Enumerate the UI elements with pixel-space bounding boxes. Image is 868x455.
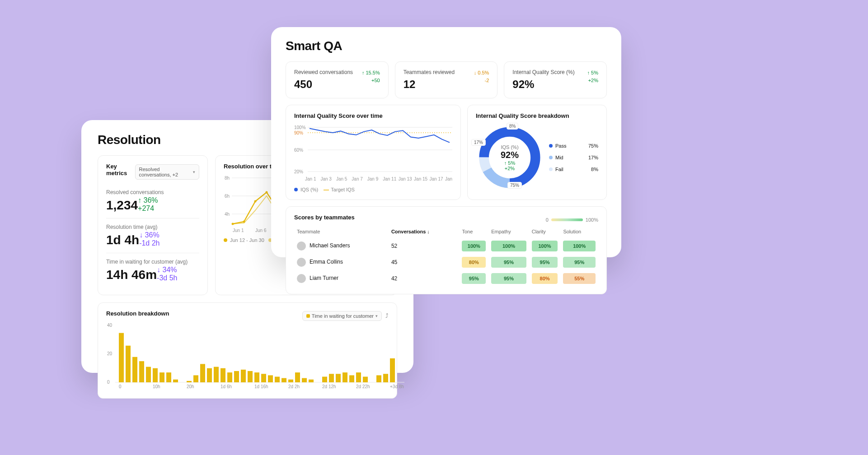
svg-text:2d 2h: 2d 2h xyxy=(288,384,300,389)
iqs-donut: 8% 17% 75% IQS (%) 92% ↑ 5% +2% xyxy=(476,124,544,191)
svg-rect-36 xyxy=(261,374,266,382)
table-row[interactable]: Liam Turner4295%95%80%55% xyxy=(294,270,598,287)
svg-text:Jan 11: Jan 11 xyxy=(383,176,396,181)
svg-text:Jan 5: Jan 5 xyxy=(336,176,347,181)
scores-scale: 0 100% xyxy=(546,217,598,223)
kpi-label: Teammates reviewed xyxy=(404,69,455,75)
svg-text:2d 22h: 2d 22h xyxy=(356,384,370,389)
svg-text:Jan 3: Jan 3 xyxy=(320,176,332,181)
kpi-reviewed-conversations: Reviewed conversations 450 ↑ 15.5%+50 xyxy=(286,61,389,98)
svg-text:40: 40 xyxy=(107,323,113,328)
svg-rect-16 xyxy=(126,346,131,382)
key-metrics-header: Key metrics xyxy=(106,163,135,176)
svg-text:20h: 20h xyxy=(187,384,194,389)
svg-rect-49 xyxy=(349,375,354,382)
svg-rect-18 xyxy=(139,361,144,382)
metric-value: 1d 4h xyxy=(106,233,139,247)
svg-text:10h: 10h xyxy=(153,384,160,389)
svg-text:20: 20 xyxy=(107,351,113,356)
svg-text:Jan 7: Jan 7 xyxy=(352,176,363,181)
iqs-over-time-panel: Internal Quality Score over time 100% 90… xyxy=(286,105,461,200)
col-tone[interactable]: Tone xyxy=(459,225,488,238)
export-icon[interactable]: ⤴ xyxy=(385,312,389,319)
metric-value: 1,234 xyxy=(106,198,138,213)
scores-table: Teammate Conversations ↓ Tone Empathy Cl… xyxy=(294,225,598,287)
xtick: Jun 6 xyxy=(255,228,267,233)
svg-rect-46 xyxy=(329,374,334,382)
svg-text:Jan 15: Jan 15 xyxy=(414,176,427,181)
donut-legend: Pass75% Mid17% Fail8% xyxy=(549,143,598,172)
col-empathy[interactable]: Empathy xyxy=(488,225,529,238)
svg-rect-28 xyxy=(207,368,212,382)
svg-text:20%: 20% xyxy=(294,169,303,174)
svg-text:90%: 90% xyxy=(294,130,303,135)
svg-rect-39 xyxy=(282,378,286,382)
metric-waiting-time: Time in waiting for customer (avg) 14h 4… xyxy=(106,253,199,288)
svg-text:8h: 8h xyxy=(225,176,230,181)
kpi-label: Reviewed conversations xyxy=(294,69,353,75)
svg-point-7 xyxy=(243,221,245,223)
svg-rect-27 xyxy=(200,364,205,382)
metric-label: Resolved conversations xyxy=(106,189,199,195)
metric-delta: ↓ 36% -1d 2h xyxy=(139,231,199,247)
col-teammate[interactable]: Teammate xyxy=(294,225,389,238)
svg-rect-43 xyxy=(309,380,314,382)
avatar xyxy=(297,274,306,283)
donut-label-mid: 17% xyxy=(471,139,486,146)
svg-text:Jan 17: Jan 17 xyxy=(430,176,443,181)
svg-text:0: 0 xyxy=(107,380,110,385)
svg-text:100%: 100% xyxy=(294,125,306,130)
smartqa-title: Smart QA xyxy=(286,39,607,53)
svg-rect-31 xyxy=(227,372,232,382)
scores-panel: Scores by teammates 0 100% Teammate Conv… xyxy=(286,206,607,294)
kpi-delta: ↑ 15.5%+50 xyxy=(362,69,380,84)
chevron-down-icon: ▾ xyxy=(375,314,378,318)
key-metrics-panel: Key metrics Resolved conversations, +2 ▾… xyxy=(98,155,208,295)
svg-text:60%: 60% xyxy=(294,148,303,153)
kpi-label: Internal Quality Score (%) xyxy=(512,69,574,75)
kpi-iqs: Internal Quality Score (%) 92% ↑ 5%+2% xyxy=(504,61,607,98)
svg-text:1d 6h: 1d 6h xyxy=(221,384,232,389)
col-solution[interactable]: Solution xyxy=(560,225,598,238)
svg-rect-47 xyxy=(336,374,341,382)
kpi-value: 450 xyxy=(294,78,353,91)
col-conversations[interactable]: Conversations ↓ xyxy=(389,225,460,238)
metric-resolution-time: Resolution time (avg) 1d 4h ↓ 36% -1d 2h xyxy=(106,218,199,253)
svg-rect-41 xyxy=(295,372,300,382)
col-clarity[interactable]: Clarity xyxy=(529,225,561,238)
metric-delta: ↑ 36% +274 xyxy=(138,196,199,213)
svg-rect-53 xyxy=(376,375,381,382)
svg-rect-37 xyxy=(268,375,273,382)
svg-rect-35 xyxy=(254,372,259,382)
metric-label: Resolution time (avg) xyxy=(106,224,199,230)
svg-rect-33 xyxy=(241,370,246,382)
svg-rect-30 xyxy=(221,368,225,382)
breakdown-selector[interactable]: Time in waiting for customer ▾ xyxy=(302,311,382,321)
svg-rect-19 xyxy=(146,367,151,382)
table-row[interactable]: Michael Sanders52100%100%100%100% xyxy=(294,238,598,254)
svg-rect-54 xyxy=(383,374,388,382)
svg-rect-22 xyxy=(166,372,171,382)
resolution-breakdown-panel: Resolution breakdown Time in waiting for… xyxy=(98,302,397,399)
svg-point-9 xyxy=(266,191,268,194)
svg-rect-20 xyxy=(153,368,158,382)
donut-center: IQS (%) 92% ↑ 5% +2% xyxy=(501,144,519,171)
key-metrics-selector[interactable]: Resolved conversations, +2 ▾ xyxy=(135,164,199,180)
chevron-down-icon: ▾ xyxy=(193,170,195,174)
svg-text:+3d 8h: +3d 8h xyxy=(390,384,404,389)
kpi-delta: ↓ 0.5%-2 xyxy=(474,69,489,84)
iqs-time-header: Internal Quality Score over time xyxy=(294,112,452,119)
iqs-breakdown-panel: Internal Quality Score breakdown 8% 17% … xyxy=(467,105,607,200)
svg-rect-32 xyxy=(234,371,239,382)
svg-text:Jan 19: Jan 19 xyxy=(445,176,452,181)
svg-rect-38 xyxy=(275,377,280,383)
metric-resolved-conversations: Resolved conversations 1,234 ↑ 36% +274 xyxy=(106,184,199,218)
svg-text:6h: 6h xyxy=(225,194,230,199)
svg-rect-26 xyxy=(193,375,198,382)
iqs-line-chart: 100% 90% 60% 20% Jan 1Jan 3Jan 5Jan 7Jan… xyxy=(294,124,452,182)
metric-value: 14h 46m xyxy=(106,268,157,282)
breakdown-header: Resolution breakdown xyxy=(106,310,169,317)
table-row[interactable]: Emma Collins4580%95%95%95% xyxy=(294,254,598,270)
svg-rect-45 xyxy=(322,377,327,383)
svg-point-6 xyxy=(232,223,234,225)
